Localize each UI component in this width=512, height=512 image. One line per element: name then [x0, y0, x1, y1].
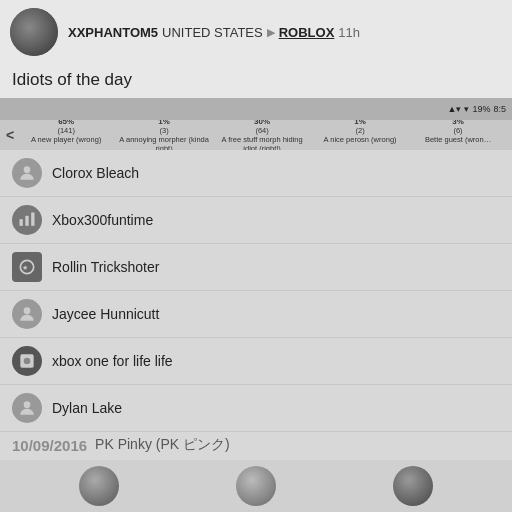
post-date: 10/09/2016 — [12, 437, 87, 454]
poll-options-bar: 65% (141) A new player (wrong) 1% (3) A … — [18, 120, 506, 150]
bottom-avatar-3[interactable] — [393, 466, 433, 506]
username: XXPHANTOM5 — [68, 25, 158, 40]
photo-caption: PK Pinky (PK ピンク) — [95, 436, 230, 454]
user-avatar-5 — [12, 346, 42, 376]
poll-label-1: A new player (wrong) — [19, 135, 113, 144]
game-label[interactable]: ROBLOX — [279, 25, 335, 40]
poll-count-3: (64) — [215, 126, 309, 135]
svg-point-6 — [24, 307, 31, 314]
page-title: Idiots of the day — [12, 70, 500, 90]
avatar — [10, 8, 58, 56]
user-name-1: Clorox Bleach — [52, 165, 139, 181]
poll-navigation: < 65% (141) A new player (wrong) 1% (3) … — [0, 120, 512, 150]
poll-count-5: (6) — [411, 126, 505, 135]
poll-option-2[interactable]: 1% (3) A annoying morpher (kinda right) — [116, 120, 212, 150]
list-item[interactable]: Xbox300funtime — [0, 197, 512, 244]
list-item[interactable]: Clorox Bleach — [0, 150, 512, 197]
user-name-4: Jaycee Hunnicutt — [52, 306, 159, 322]
bottom-avatar-2[interactable] — [236, 466, 276, 506]
list-item[interactable]: Jaycee Hunnicutt — [0, 291, 512, 338]
arrow-icon: ▶ — [267, 26, 275, 39]
poll-label-3: A free stuff morph hiding idiot (right!) — [215, 135, 309, 150]
svg-rect-3 — [31, 213, 34, 226]
header-info: XXPHANTOM5 UNITED STATES ▶ ROBLOX 11h — [68, 25, 360, 40]
status-icons: ▲▾ ▾ 19% 8:5 — [448, 104, 506, 114]
svg-point-9 — [24, 401, 31, 408]
poll-option-3[interactable]: 30% (64) A free stuff morph hiding idiot… — [214, 120, 310, 150]
svg-point-8 — [24, 358, 31, 365]
wifi-icon: ▾ — [464, 104, 469, 114]
poll-option-1[interactable]: 65% (141) A new player (wrong) — [18, 120, 114, 150]
user-name-2: Xbox300funtime — [52, 212, 153, 228]
poll-option-5[interactable]: 3% (6) Bette guest (wron… — [410, 120, 506, 150]
user-name-5: xbox one for life life — [52, 353, 173, 369]
list-item[interactable]: Dylan Lake — [0, 385, 512, 432]
user-name-6: Dylan Lake — [52, 400, 122, 416]
user-name-3: Rollin Trickshoter — [52, 259, 159, 275]
list-item[interactable]: xbox one for life life — [0, 338, 512, 385]
bottom-avatar-1[interactable] — [79, 466, 119, 506]
date-photo-row: 10/09/2016 PK Pinky (PK ピンク) — [0, 432, 512, 458]
signal-icon: ▲▾ — [448, 104, 462, 114]
status-bar: ▲▾ ▾ 19% 8:5 — [0, 98, 512, 120]
user-avatar-1 — [12, 158, 42, 188]
svg-text:★: ★ — [22, 264, 28, 271]
user-avatar-4 — [12, 299, 42, 329]
clock: 8:5 — [493, 104, 506, 114]
back-button[interactable]: < — [6, 127, 14, 143]
post-header: XXPHANTOM5 UNITED STATES ▶ ROBLOX 11h — [0, 0, 512, 64]
bottom-user-row — [0, 460, 512, 512]
list-item[interactable]: ★ Rollin Trickshoter — [0, 244, 512, 291]
poll-option-4[interactable]: 1% (2) A nice perosn (wrong) — [312, 120, 408, 150]
post-time: 11h — [338, 25, 360, 40]
poll-label-2: A annoying morpher (kinda right) — [117, 135, 211, 150]
voters-list: Clorox Bleach Xbox300funtime ★ Rollin Tr… — [0, 150, 512, 432]
location: UNITED STATES — [162, 25, 263, 40]
poll-count-1: (141) — [19, 126, 113, 135]
poll-count-2: (3) — [117, 126, 211, 135]
poll-count-4: (2) — [313, 126, 407, 135]
user-avatar-2 — [12, 205, 42, 235]
svg-rect-1 — [20, 219, 23, 226]
poll-label-5: Bette guest (wron… — [411, 135, 505, 144]
user-avatar-3: ★ — [12, 252, 42, 282]
poll-label-4: A nice perosn (wrong) — [313, 135, 407, 144]
title-bar: Idiots of the day — [0, 64, 512, 98]
svg-point-0 — [24, 166, 31, 173]
user-avatar-6 — [12, 393, 42, 423]
svg-rect-2 — [25, 216, 28, 226]
battery-level: 19% — [472, 104, 490, 114]
